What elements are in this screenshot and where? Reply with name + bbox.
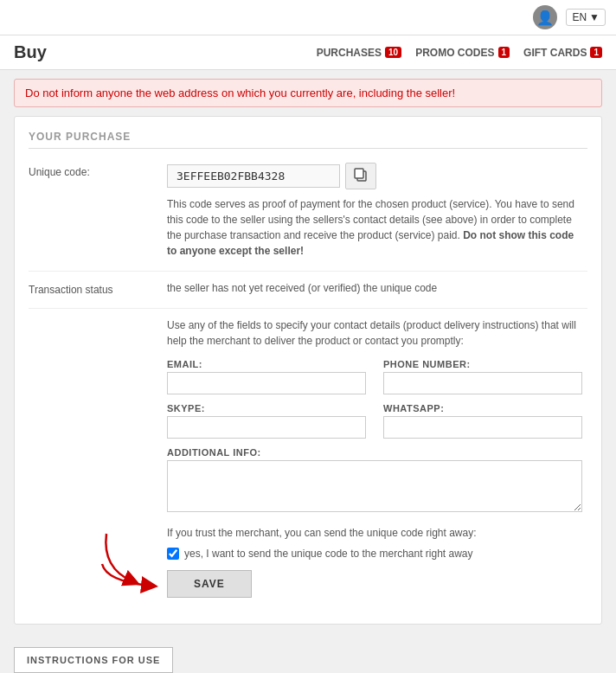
contact-fields-area: Use any of the fields to specify your co… [167, 317, 587, 598]
contact-description: Use any of the fields to specify your co… [167, 317, 582, 349]
additional-info-group: ADDITIONAL INFO: [167, 447, 582, 515]
alert-message: Do not inform anyone the web address on … [14, 79, 602, 107]
nav-purchases-badge: 10 [385, 47, 401, 58]
additional-info-label: ADDITIONAL INFO: [167, 447, 582, 458]
nav-gift-label: GIFT CARDS [523, 47, 587, 59]
email-input[interactable] [167, 372, 366, 394]
save-label: SAVE [194, 578, 225, 590]
lang-label: EN [572, 11, 587, 23]
code-box [167, 163, 587, 189]
copy-button[interactable] [345, 163, 376, 189]
additional-info-input[interactable] [167, 460, 582, 512]
nav-purchases[interactable]: PURCHASES 10 [317, 47, 401, 59]
transaction-status-area: the seller has not yet received (or veri… [167, 280, 587, 296]
whatsapp-label: WHATSAPP: [383, 403, 582, 413]
transaction-status-row: Transaction status the seller has not ye… [29, 280, 587, 296]
nav-gift-badge: 1 [590, 47, 602, 58]
avatar-symbol: 👤 [536, 10, 554, 26]
nav-gift-cards[interactable]: GIFT CARDS 1 [523, 47, 602, 59]
header-nav: PURCHASES 10 PROMO CODES 1 GIFT CARDS 1 [317, 47, 602, 59]
nav-promo-badge: 1 [498, 47, 510, 58]
copy-icon [353, 167, 369, 183]
page-header: Buy PURCHASES 10 PROMO CODES 1 GIFT CARD… [0, 35, 616, 70]
alert-text: Do not inform anyone the web address on … [25, 87, 455, 99]
skype-label: SKYPE: [167, 403, 366, 413]
phone-label: PHONE NUMBER: [383, 359, 582, 369]
transaction-status-value: the seller has not yet received (or veri… [167, 280, 587, 296]
divider-2 [29, 308, 587, 309]
contact-fields-row: Use any of the fields to specify your co… [29, 317, 587, 598]
trust-section-container: If you trust the merchant, you can send … [167, 525, 587, 598]
language-selector[interactable]: EN ▼ [566, 9, 606, 26]
unique-code-label: Unique code: [29, 163, 167, 259]
unique-code-row: Unique code: This code serves as proof o… [29, 163, 587, 259]
nav-purchases-label: PURCHASES [317, 47, 382, 59]
send-code-checkbox-label: yes, I want to send the unique code to t… [184, 548, 473, 560]
svg-rect-1 [355, 169, 363, 178]
phone-input[interactable] [383, 372, 582, 394]
page-title: Buy [14, 42, 299, 62]
section-title: YOUR PURCHASE [29, 131, 587, 149]
divider-1 [29, 271, 587, 272]
skype-group: SKYPE: [167, 403, 366, 439]
nav-promo-codes[interactable]: PROMO CODES 1 [415, 47, 510, 59]
email-label: EMAIL: [167, 359, 366, 369]
instructions-label: INSTRUCTIONS FOR USE [27, 655, 160, 665]
top-bar: 👤 EN ▼ [0, 0, 616, 35]
phone-group: PHONE NUMBER: [383, 359, 582, 394]
email-group: EMAIL: [167, 359, 366, 394]
trust-description: If you trust the merchant, you can send … [167, 525, 587, 541]
lang-arrow: ▼ [589, 11, 600, 23]
unique-code-input[interactable] [167, 164, 340, 188]
unique-code-value-area: This code serves as proof of payment for… [167, 163, 587, 259]
main-panel: YOUR PURCHASE Unique code: This code ser… [14, 116, 602, 625]
code-description: This code serves as proof of payment for… [167, 196, 582, 259]
whatsapp-group: WHATSAPP: [383, 403, 582, 439]
transaction-status-label: Transaction status [29, 280, 167, 296]
skype-input[interactable] [167, 416, 366, 439]
whatsapp-input[interactable] [383, 416, 582, 439]
send-code-checkbox-row: yes, I want to send the unique code to t… [167, 548, 587, 560]
avatar-icon[interactable]: 👤 [533, 5, 557, 29]
arrow-decoration-2 [98, 555, 184, 599]
nav-promo-label: PROMO CODES [415, 47, 494, 59]
instructions-button[interactable]: INSTRUCTIONS FOR USE [14, 647, 173, 673]
contact-fields-grid: EMAIL: PHONE NUMBER: SKYPE: WHATSAPP: [167, 359, 582, 439]
